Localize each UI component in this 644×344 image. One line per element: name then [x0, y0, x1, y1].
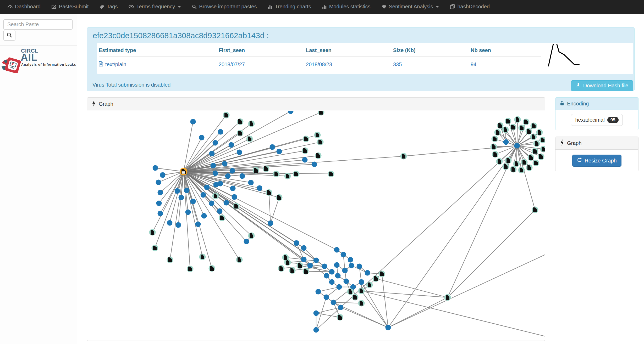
- graph-node-paste[interactable]: [324, 273, 329, 279]
- graph-node-decoded[interactable]: [400, 153, 407, 160]
- graph-node-decoded[interactable]: [496, 158, 503, 165]
- network-graph[interactable]: [87, 111, 545, 341]
- graph-node-paste[interactable]: [230, 168, 235, 174]
- graph-node-paste[interactable]: [334, 262, 340, 268]
- graph-node-decoded[interactable]: [282, 254, 289, 261]
- graph-node-paste[interactable]: [190, 199, 196, 204]
- graph-node-paste[interactable]: [268, 221, 273, 226]
- graph-node-paste[interactable]: [277, 149, 282, 154]
- graph-node-decoded[interactable]: [266, 189, 272, 196]
- nav-item-tags[interactable]: Tags: [94, 0, 123, 13]
- graph-node-paste[interactable]: [307, 263, 313, 268]
- graph-node-paste[interactable]: [386, 325, 391, 330]
- graph-node-decoded[interactable]: [297, 262, 303, 269]
- nav-item-dashboard[interactable]: Dashboard: [2, 0, 46, 13]
- graph-node-paste[interactable]: [344, 279, 349, 284]
- graph-node-decoded[interactable]: [317, 139, 324, 145]
- graph-node-decoded[interactable]: [514, 116, 521, 123]
- graph-node-decoded[interactable]: [519, 125, 525, 131]
- graph-node-paste[interactable]: [158, 211, 163, 216]
- graph-node-paste[interactable]: [337, 284, 342, 290]
- graph-node-decoded[interactable]: [293, 171, 300, 177]
- resize-graph-button[interactable]: Resize Graph: [572, 155, 621, 167]
- graph-node-decoded[interactable]: [337, 314, 343, 321]
- graph-node-decoded[interactable]: [276, 194, 283, 201]
- graph-node-paste[interactable]: [349, 263, 354, 268]
- nav-item-modules-statistics[interactable]: Modules statistics: [317, 0, 376, 13]
- encoding-filter-button[interactable]: hexadecimal 95: [571, 114, 623, 126]
- graph-node-paste[interactable]: [342, 268, 348, 273]
- graph-node-decoded[interactable]: [494, 129, 501, 136]
- graph-node-decoded[interactable]: [510, 124, 516, 131]
- nav-item-browse-important-pastes[interactable]: Browse important pastes: [186, 0, 262, 13]
- graph-node-paste[interactable]: [365, 270, 370, 276]
- graph-node-paste[interactable]: [167, 220, 173, 226]
- graph-node-decoded[interactable]: [236, 257, 243, 263]
- graph-node-paste[interactable]: [156, 201, 162, 206]
- graph-node-decoded[interactable]: [302, 148, 309, 154]
- graph-node-decoded[interactable]: [149, 229, 156, 236]
- graph-node-decoded[interactable]: [284, 173, 291, 179]
- graph-node-decoded[interactable]: [358, 288, 365, 294]
- graph-node-decoded[interactable]: [505, 157, 512, 164]
- graph-node-paste[interactable]: [224, 200, 229, 206]
- graph-node-decoded[interactable]: [526, 165, 533, 171]
- graph-node-paste[interactable]: [184, 188, 190, 193]
- graph-node-decoded[interactable]: [513, 161, 520, 167]
- graph-node-decoded[interactable]: [533, 160, 539, 166]
- graph-node-decoded[interactable]: [303, 268, 309, 275]
- graph-node-decoded[interactable]: [540, 146, 545, 153]
- graph-node-paste[interactable]: [176, 222, 181, 228]
- graph-node-paste[interactable]: [348, 257, 353, 263]
- graph-node-decoded[interactable]: [492, 151, 499, 158]
- graph-node-decoded[interactable]: [303, 136, 309, 142]
- graph-node-paste[interactable]: [195, 222, 201, 227]
- graph-node-decoded[interactable]: [379, 271, 385, 277]
- graph-node-paste[interactable]: [211, 163, 216, 168]
- graph-node-paste[interactable]: [232, 194, 237, 200]
- graph-node-decoded[interactable]: [253, 167, 259, 174]
- graph-node-paste[interactable]: [209, 151, 215, 156]
- graph-node-decoded[interactable]: [223, 112, 230, 119]
- graph-node-paste[interactable]: [322, 264, 327, 269]
- graph-node-paste[interactable]: [213, 171, 218, 176]
- graph-node-paste[interactable]: [248, 180, 254, 185]
- graph-node-decoded[interactable]: [492, 136, 498, 142]
- graph-node-decoded[interactable]: [526, 128, 532, 135]
- graph-node-decoded[interactable]: [167, 257, 173, 263]
- graph-node-decoded[interactable]: [536, 129, 543, 136]
- graph-node-decoded[interactable]: [502, 127, 509, 133]
- graph-node-paste[interactable]: [329, 279, 335, 285]
- graph-node-decoded[interactable]: [314, 132, 321, 138]
- graph-node-paste[interactable]: [357, 264, 362, 269]
- graph-node-decoded[interactable]: [278, 265, 285, 272]
- graph-node-decoded[interactable]: [318, 111, 324, 116]
- nav-item-sentiment-analysis[interactable]: Sentiment Analysis: [376, 0, 445, 13]
- graph-node-decoded[interactable]: [503, 163, 509, 170]
- graph-node-paste[interactable]: [209, 201, 214, 206]
- graph-node-paste[interactable]: [240, 173, 245, 179]
- graph-node-decoded[interactable]: [315, 153, 322, 159]
- graph-node-paste[interactable]: [160, 172, 166, 178]
- graph-node-paste[interactable]: [338, 305, 344, 310]
- graph-node-paste[interactable]: [359, 279, 364, 285]
- graph-node-paste[interactable]: [190, 119, 196, 125]
- graph-node-decoded[interactable]: [538, 154, 544, 160]
- graph-node-decoded[interactable]: [248, 233, 255, 239]
- nav-item-terms-frequency[interactable]: Terms frequency: [123, 0, 186, 13]
- graph-node-paste[interactable]: [185, 210, 191, 215]
- graph-node-paste[interactable]: [313, 327, 319, 333]
- graph-node-decoded[interactable]: [528, 154, 534, 161]
- graph-node-paste[interactable]: [156, 180, 161, 185]
- graph-node-paste[interactable]: [301, 245, 307, 251]
- graph-node-decoded[interactable]: [237, 119, 244, 125]
- graph-node-decoded[interactable]: [497, 122, 504, 129]
- graph-node-paste[interactable]: [514, 143, 520, 149]
- graph-node-decoded[interactable]: [532, 148, 538, 155]
- graph-node-paste[interactable]: [335, 273, 341, 279]
- graph-node-paste[interactable]: [312, 162, 317, 167]
- graph-node-paste[interactable]: [244, 239, 249, 244]
- graph-node-decoded[interactable]: [152, 245, 158, 251]
- graph-node-paste[interactable]: [230, 186, 236, 191]
- graph-node-paste[interactable]: [294, 240, 299, 246]
